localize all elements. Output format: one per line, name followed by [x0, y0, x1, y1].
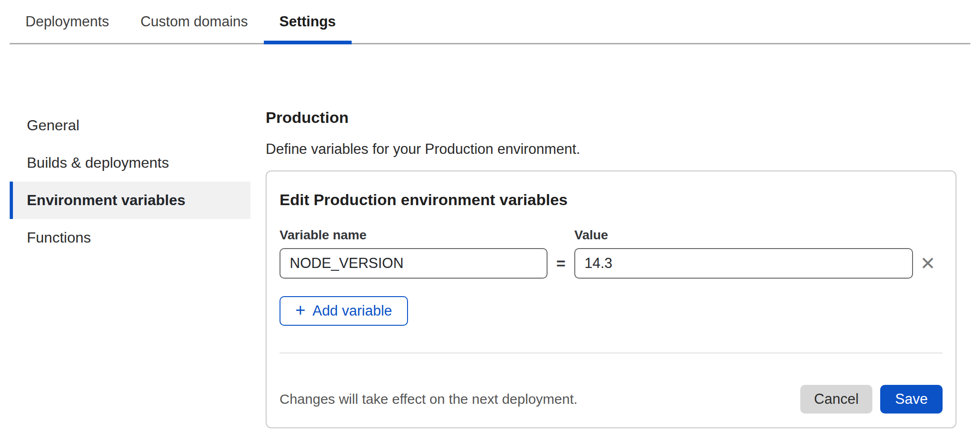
- tab-custom-domains[interactable]: Custom domains: [125, 0, 264, 43]
- card-title: Edit Production environment variables: [280, 191, 943, 209]
- card-divider: [280, 353, 943, 353]
- tab-settings[interactable]: Settings: [264, 0, 352, 43]
- variable-name-label: Variable name: [280, 227, 574, 243]
- main-panel: Production Define variables for your Pro…: [266, 44, 956, 428]
- cancel-button[interactable]: Cancel: [800, 385, 873, 414]
- value-label: Value: [574, 227, 943, 243]
- settings-sidebar: General Builds & deployments Environment…: [10, 107, 250, 256]
- section-description: Define variables for your Production env…: [266, 141, 956, 158]
- close-icon: ✕: [920, 254, 936, 273]
- tab-deployments[interactable]: Deployments: [10, 0, 125, 43]
- tab-bar: Deployments Custom domains Settings: [10, 0, 970, 44]
- remove-variable-button[interactable]: ✕: [913, 248, 943, 279]
- page-content: General Builds & deployments Environment…: [0, 44, 980, 428]
- variable-name-input[interactable]: [280, 248, 548, 279]
- footer-note: Changes will take effect on the next dep…: [280, 391, 578, 408]
- sidebar-item-environment-variables[interactable]: Environment variables: [10, 182, 250, 219]
- plus-icon: +: [295, 301, 305, 319]
- field-labels-row: Variable name Value: [280, 227, 943, 243]
- add-variable-button[interactable]: + Add variable: [280, 296, 408, 326]
- variable-value-input[interactable]: [574, 248, 913, 279]
- sidebar-item-general[interactable]: General: [10, 107, 250, 144]
- add-variable-label: Add variable: [312, 303, 392, 319]
- card-footer: Changes will take effect on the next dep…: [280, 385, 943, 414]
- sidebar-item-functions[interactable]: Functions: [10, 219, 250, 256]
- footer-actions: Cancel Save: [800, 385, 943, 414]
- variable-row: = ✕: [280, 248, 943, 279]
- environment-variables-card: Edit Production environment variables Va…: [266, 170, 956, 428]
- equals-sign: =: [548, 255, 574, 273]
- save-button[interactable]: Save: [880, 385, 943, 414]
- sidebar-item-builds-deployments[interactable]: Builds & deployments: [10, 144, 250, 182]
- section-title: Production: [266, 108, 956, 127]
